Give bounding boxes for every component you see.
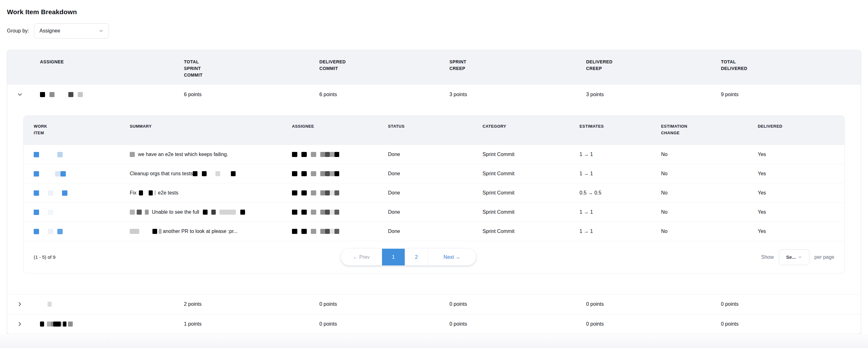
work-item-id-redacted[interactable] (24, 210, 120, 215)
work-items-header: WORK ITEM SUMMARY ASSIGNEE STATUS CATEGO… (24, 116, 844, 145)
work-item-estimates: 1 → 1 (569, 152, 651, 157)
page-1-button[interactable]: 1 (382, 249, 405, 265)
group-delivered-commit: 0 points (319, 321, 450, 327)
show-label: Show (761, 254, 774, 260)
work-item-estimates: 1 → 1 (569, 229, 651, 234)
group-row[interactable]: 2 points 0 points 0 points 0 points 0 po… (7, 294, 861, 314)
col-header-summary: SUMMARY (120, 116, 282, 130)
col-header-estimation-change: ESTIMATION CHANGE (651, 116, 748, 137)
group-delivered-creep: 3 points (586, 92, 721, 97)
col-header-delivered-commit: DELIVERED COMMIT (319, 50, 450, 72)
expand-group-button[interactable] (7, 321, 40, 327)
table-row: we have an e2e test which keeps failing.… (24, 145, 844, 164)
work-item-estimation-change: No (651, 152, 748, 157)
work-item-category: Sprint Commit (472, 209, 569, 215)
page-2-button[interactable]: 2 (405, 249, 428, 265)
col-header-sprint-creep: SPRINT CREEP (450, 50, 586, 72)
group-delivered-commit: 0 points (319, 301, 450, 307)
pagination: ← Prev 1 2 Next → (341, 249, 476, 265)
work-item-estimation-change: No (651, 229, 748, 234)
work-items-footer: (1 - 5) of 9 ← Prev 1 2 Next → Show Se..… (24, 241, 844, 273)
work-item-assignee-redacted (282, 210, 378, 215)
pagination-container: ← Prev 1 2 Next → (56, 249, 761, 265)
work-item-estimation-change: No (651, 190, 748, 196)
work-item-summary: Unable to see the full (120, 209, 282, 215)
group-delivered-commit: 6 points (319, 92, 450, 97)
col-header-assignee: ASSIGNEE (282, 116, 378, 130)
group-by-selected-value: Assignee (39, 28, 60, 34)
group-assignee-redacted (40, 92, 184, 97)
work-item-summary: Cleanup orgs that runs tests (120, 171, 282, 176)
work-item-category: Sprint Commit (472, 190, 569, 196)
col-header-status: STATUS (378, 116, 472, 130)
col-header-estimates: ESTIMATES (569, 116, 651, 130)
col-header-work-item: WORK ITEM (24, 116, 120, 137)
group-by-label: Group by: (7, 28, 29, 34)
work-item-summary: we have an e2e test which keeps failing. (120, 152, 282, 157)
chevron-down-icon (17, 91, 23, 98)
page-size-select[interactable]: Se... (779, 249, 809, 265)
work-item-delivered: Yes (748, 171, 844, 176)
work-item-assignee-redacted (282, 229, 378, 234)
work-item-status: Done (378, 171, 472, 176)
page-background-strip (0, 334, 868, 348)
group-assignee-redacted (40, 302, 184, 307)
chevron-down-icon (99, 28, 104, 33)
group-row[interactable]: 1 points 0 points 0 points 0 points 0 po… (7, 314, 861, 334)
work-item-category: Sprint Commit (472, 152, 569, 157)
work-item-assignee-redacted (282, 152, 378, 157)
work-item-status: Done (378, 190, 472, 196)
table-row: another PR to look at please :pr... Done… (24, 222, 844, 241)
work-item-id-redacted[interactable] (24, 229, 120, 234)
group-by-row: Group by: Assignee (7, 23, 861, 38)
group-total-sprint-commit: 1 points (184, 321, 319, 327)
group-row[interactable]: 6 points 6 points 3 points 3 points 9 po… (7, 85, 861, 104)
prev-page-button[interactable]: ← Prev (341, 249, 382, 265)
work-item-category: Sprint Commit (472, 229, 569, 234)
next-page-button[interactable]: Next → (428, 249, 476, 265)
work-item-summary: Fixe2e tests (120, 190, 282, 196)
work-item-id-redacted[interactable] (24, 191, 120, 196)
group-total-delivered: 0 points (721, 321, 861, 327)
per-page-label: per page (814, 254, 834, 260)
header-spacer (7, 50, 40, 59)
table-row: Fixe2e tests Done Sprint Commit 0.5 → 0.… (24, 183, 844, 202)
group-sprint-creep: 0 points (450, 321, 586, 327)
chevron-right-icon (17, 301, 23, 307)
work-item-summary: another PR to look at please :pr... (120, 229, 282, 234)
group-table-header: ASSIGNEE TOTAL SPRINT COMMIT DELIVERED C… (7, 50, 861, 85)
col-header-assignee: ASSIGNEE (40, 50, 184, 65)
group-by-select[interactable]: Assignee (34, 23, 109, 38)
work-item-estimates: 0.5 → 0.5 (569, 190, 651, 196)
work-item-id-redacted[interactable] (24, 152, 120, 157)
table-row: Unable to see the full Done Sprint Commi… (24, 202, 844, 222)
group-total-delivered: 0 points (721, 301, 861, 307)
page-size-value: Se... (786, 254, 796, 260)
table-row: Cleanup orgs that runs tests Done Sprint… (24, 164, 844, 183)
group-sprint-creep: 0 points (450, 301, 586, 307)
work-item-delivered: Yes (748, 190, 844, 196)
collapse-group-button[interactable] (7, 91, 40, 98)
col-header-total-delivered: TOTAL DELIVERED (721, 50, 861, 72)
work-item-estimation-change: No (651, 209, 748, 215)
page-size-controls: Show Se... per page (761, 249, 834, 265)
col-header-delivered: DELIVERED (748, 116, 844, 130)
expand-group-button[interactable] (7, 301, 40, 307)
chevron-right-icon (17, 321, 23, 327)
group-assignee-redacted (40, 321, 184, 326)
group-total-sprint-commit: 6 points (184, 92, 319, 97)
expanded-group-panel: WORK ITEM SUMMARY ASSIGNEE STATUS CATEGO… (7, 104, 861, 294)
work-item-assignee-redacted (282, 171, 378, 176)
work-item-breakdown-page: Work Item Breakdown Group by: Assignee A… (0, 0, 868, 334)
group-delivered-creep: 0 points (586, 301, 721, 307)
group-total-delivered: 9 points (721, 92, 861, 97)
work-item-breakdown-table: ASSIGNEE TOTAL SPRINT COMMIT DELIVERED C… (7, 50, 861, 334)
col-header-total-sprint-commit: TOTAL SPRINT COMMIT (184, 50, 319, 79)
work-items-table: WORK ITEM SUMMARY ASSIGNEE STATUS CATEGO… (23, 115, 845, 273)
pagination-range-text: (1 - 5) of 9 (34, 254, 56, 260)
group-total-sprint-commit: 2 points (184, 301, 319, 307)
col-header-delivered-creep: DELIVERED CREEP (586, 50, 721, 72)
page-title: Work Item Breakdown (7, 8, 861, 16)
work-item-id-redacted[interactable] (24, 171, 120, 176)
work-item-status: Done (378, 209, 472, 215)
